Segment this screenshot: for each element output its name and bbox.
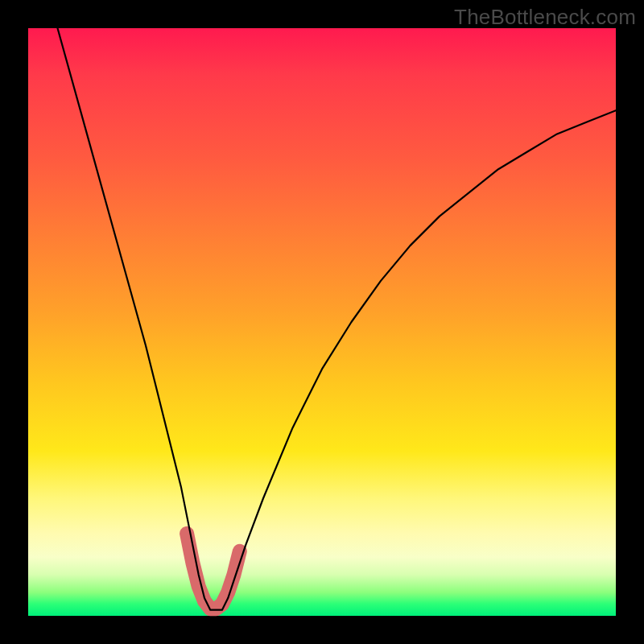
chart-frame: TheBottleneck.com	[0, 0, 644, 644]
watermark-text: TheBottleneck.com	[454, 5, 636, 30]
bottleneck-curve	[58, 28, 617, 610]
plot-area	[28, 28, 616, 616]
highlight-band	[187, 534, 240, 609]
curve-layer	[28, 28, 616, 616]
